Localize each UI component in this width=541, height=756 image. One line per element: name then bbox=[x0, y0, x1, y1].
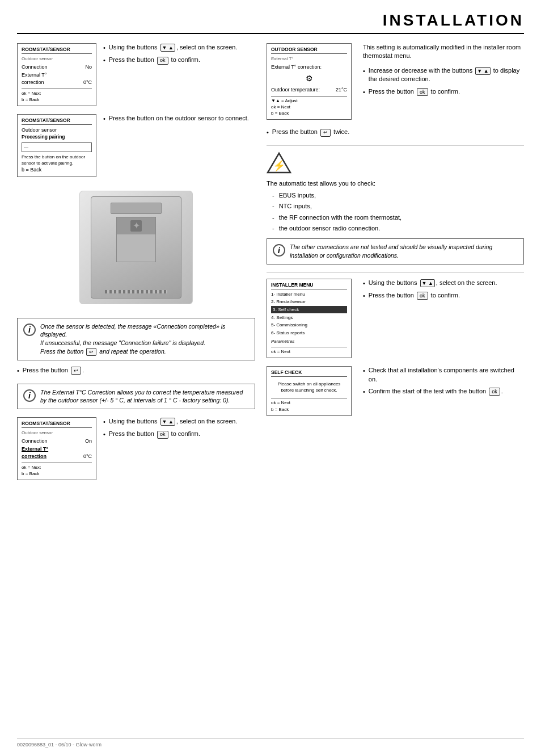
dash-item-2: - NTC inputs, bbox=[272, 202, 524, 211]
installer-bullet2: • Press the button ok to confirm. bbox=[363, 291, 524, 300]
screen1-field-correction: correction 0°C bbox=[22, 79, 92, 86]
device-body: ✦ bbox=[91, 196, 181, 299]
info-box-1: i Once the sensor is detected, the messa… bbox=[17, 318, 255, 360]
right-bullet1: • Increase or decrease with the buttons … bbox=[363, 66, 524, 84]
outdoor-sensor-section: OUTDOOR SENSOR External T° External T° c… bbox=[267, 43, 524, 120]
page-footer: 0020096883_01 - 06/10 - Glow-worm bbox=[17, 738, 524, 747]
bullet1-press: • Press the button ok to confirm. bbox=[103, 56, 255, 65]
doc-number: 0020096883_01 - 06/10 - Glow-worm bbox=[17, 742, 102, 747]
screen-outdoor: OUTDOOR SENSOR External T° External T° c… bbox=[267, 43, 352, 120]
device-image: ✦ bbox=[79, 191, 193, 304]
svg-text:⚡: ⚡ bbox=[273, 159, 286, 172]
auto-test-intro: The automatic test allows you to check: bbox=[267, 180, 524, 187]
auto-test-list: - EBUS inputs, - NTC inputs, - the RF co… bbox=[272, 191, 524, 233]
selected-menu-item: 3- Self check bbox=[271, 306, 347, 313]
screen-roomstat-3: ROOMSTAT/SENSOR Outdoor sensor Connectio… bbox=[17, 417, 96, 480]
ok-btn-1[interactable]: ok bbox=[157, 57, 168, 65]
info-icon-3: i bbox=[273, 244, 285, 257]
dash-item-3: - the RF connection with the room thermo… bbox=[272, 213, 524, 222]
main-content: ROOMSTAT/SENSOR Outdoor sensor Connectio… bbox=[17, 43, 524, 488]
screen1-subtitle: Outdoor sensor bbox=[22, 56, 92, 62]
ok-btn-self-check[interactable]: ok bbox=[489, 388, 500, 396]
arrow-btn-3[interactable]: ▼ ▲ bbox=[160, 418, 175, 426]
right-column: OUTDOOR SENSOR External T° External T° c… bbox=[267, 43, 524, 488]
bullet1-using: • Using the buttons ▼ ▲, select on the s… bbox=[103, 43, 255, 52]
screen-roomstat-1: ROOMSTAT/SENSOR Outdoor sensor Connectio… bbox=[17, 43, 96, 106]
screen-installer: INSTALLER MENU 1- Installer menu 2- Rmst… bbox=[267, 279, 352, 358]
arrow-btn-inst[interactable]: ▼ ▲ bbox=[420, 279, 435, 287]
ok-btn-r1[interactable]: ok bbox=[417, 88, 428, 96]
info-icon-2: i bbox=[23, 389, 36, 402]
info-text-2: The External T°C Correction allows you t… bbox=[40, 388, 249, 405]
warning-icon: ⚡ bbox=[267, 152, 292, 174]
bullet-dot-2: • bbox=[103, 56, 105, 65]
arrow-down-up-btn[interactable]: ▼ ▲ bbox=[160, 44, 175, 52]
bullet4-using: • Using the buttons ▼ ▲, select on the s… bbox=[103, 417, 255, 426]
screen1-footer: ok = Next b = Back bbox=[22, 89, 92, 103]
screen2-row: ROOMSTAT/SENSOR Outdoor sensor Processin… bbox=[17, 114, 255, 177]
self-check-row: SELF CHECK Please switch on all applianc… bbox=[267, 366, 524, 416]
self-check-bullet2: • Confirm the start of the test with the… bbox=[363, 387, 524, 396]
ok-btn-inst[interactable]: ok bbox=[417, 292, 428, 300]
setting-auto-text: This setting is automatically modified i… bbox=[363, 43, 524, 61]
installer-bullet1: • Using the buttons ▼ ▲, select on the s… bbox=[363, 279, 524, 288]
arrow-btn-r1[interactable]: ▼ ▲ bbox=[475, 67, 490, 75]
bullet3-press: • Press the button ↩. bbox=[17, 366, 255, 375]
divider-1 bbox=[267, 145, 524, 146]
page-header: INSTALLATION bbox=[17, 11, 524, 34]
press-twice: • Press the button ↩ twice. bbox=[267, 128, 524, 137]
back-btn-inline[interactable]: ↩ bbox=[86, 348, 96, 356]
info-box-2: i The External T°C Correction allows you… bbox=[17, 384, 255, 409]
device-image-area: ✦ bbox=[17, 185, 255, 310]
bullet-dot: • bbox=[103, 44, 105, 52]
info-icon-1: i bbox=[23, 324, 36, 336]
other-connections-text: The other connections are not tested and… bbox=[290, 243, 518, 259]
screen1-field-externalT: External T° bbox=[22, 72, 92, 79]
section-connection-no: ROOMSTAT/SENSOR Outdoor sensor Connectio… bbox=[17, 43, 255, 106]
page-title: INSTALLATION bbox=[383, 11, 524, 29]
dash-item-1: - EBUS inputs, bbox=[272, 191, 524, 200]
left-column: ROOMSTAT/SENSOR Outdoor sensor Connectio… bbox=[17, 43, 255, 488]
section1-bullets: • Using the buttons ▼ ▲, select on the s… bbox=[103, 43, 255, 69]
section-connection-on: ROOMSTAT/SENSOR Outdoor sensor Connectio… bbox=[17, 417, 255, 480]
section2-bullets: • Press the button on the outdoor sensor… bbox=[103, 114, 255, 127]
self-check-bullet1: • Check that all installation's componen… bbox=[363, 366, 524, 384]
section3-bullets: • Using the buttons ▼ ▲, select on the s… bbox=[103, 417, 255, 443]
screen1-row: ROOMSTAT/SENSOR Outdoor sensor Connectio… bbox=[17, 43, 255, 106]
section-pairing: ROOMSTAT/SENSOR Outdoor sensor Processin… bbox=[17, 114, 255, 177]
info-text-1: Once the sensor is detected, the message… bbox=[40, 322, 249, 356]
star-icon: ✦ bbox=[130, 220, 142, 232]
warning-section: ⚡ The automatic test allows you to check… bbox=[267, 152, 524, 264]
right-bullet2: • Press the button ok to confirm. bbox=[363, 87, 524, 96]
bullet2-connect: • Press the button on the outdoor sensor… bbox=[103, 114, 255, 123]
installer-menu-section: INSTALLER MENU 1- Installer menu 2- Rmst… bbox=[267, 279, 524, 358]
self-check-bullets: • Check that all installation's componen… bbox=[358, 366, 524, 400]
self-check-section: SELF CHECK Please switch on all applianc… bbox=[267, 366, 524, 416]
back-btn-twice[interactable]: ↩ bbox=[320, 129, 331, 137]
gear-icon: ⚙ bbox=[271, 73, 347, 85]
bullet4-press: • Press the button ok to confirm. bbox=[103, 430, 255, 439]
screen-pairing: ROOMSTAT/SENSOR Outdoor sensor Processin… bbox=[17, 114, 96, 177]
screen1-field-connection: Connection No bbox=[22, 64, 92, 71]
screen3-row: ROOMSTAT/SENSOR Outdoor sensor Connectio… bbox=[17, 417, 255, 480]
dash-item-4: - the outdoor sensor radio connection. bbox=[272, 224, 524, 233]
screen-self-check: SELF CHECK Please switch on all applianc… bbox=[267, 366, 352, 416]
screen1-title: ROOMSTAT/SENSOR bbox=[22, 47, 92, 54]
divider-2 bbox=[267, 272, 524, 273]
ok-btn-3[interactable]: ok bbox=[157, 431, 168, 439]
installer-bullets: • Using the buttons ▼ ▲, select on the s… bbox=[358, 279, 524, 304]
warning-triangle-area: ⚡ bbox=[267, 152, 524, 175]
outdoor-text: This setting is automatically modified i… bbox=[358, 43, 524, 100]
back-btn-2[interactable]: ↩ bbox=[71, 367, 81, 375]
installer-row: INSTALLER MENU 1- Installer menu 2- Rmst… bbox=[267, 279, 524, 358]
other-connections-box: i The other connections are not tested a… bbox=[267, 238, 524, 264]
page: INSTALLATION ROOMSTAT/SENSOR Outdoor sen… bbox=[0, 0, 541, 756]
